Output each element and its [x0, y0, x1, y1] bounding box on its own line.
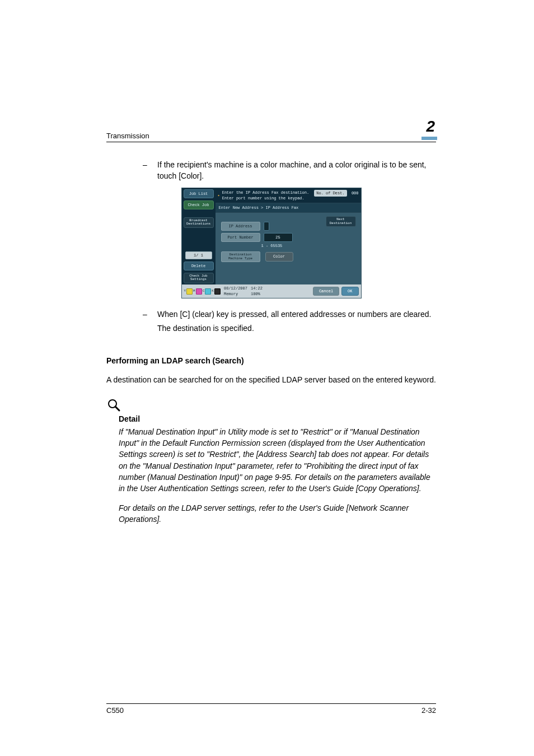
running-head: Transmission: [106, 132, 149, 140]
port-range-row: 1 - 65535: [258, 243, 355, 249]
ss-breadcrumb: Enter New Address > IP Address Fax: [216, 203, 361, 213]
bullet-group-1: – If the recipient's machine is a color …: [143, 159, 436, 182]
bullet-dash: –: [143, 309, 157, 320]
magnifier-icon: [106, 398, 436, 412]
color-button[interactable]: Color: [265, 252, 293, 261]
toner-m-icon: [196, 288, 202, 295]
chapter-number: 2: [426, 118, 435, 135]
port-range: 1 - 65535: [261, 243, 283, 249]
bullet-group-2: – When [C] (clear) key is pressed, all e…: [143, 309, 436, 334]
ss-right-area: ✦ Enter the IP Address Fax destination. …: [216, 188, 361, 284]
job-list-button[interactable]: Job List: [184, 189, 214, 198]
dest-counter: No. of Dest. 000: [314, 190, 358, 201]
ss-footer-buttons: Cancel OK: [313, 287, 359, 296]
cancel-button[interactable]: Cancel: [313, 287, 339, 296]
svg-line-1: [115, 407, 119, 410]
bullet-text: If the recipient's machine is a color ma…: [157, 159, 436, 182]
broadcast-dest-button[interactable]: Broadcast Destinations: [184, 217, 214, 228]
footer-mem-value: 100%: [251, 291, 263, 297]
toner-k-icon: [214, 288, 221, 295]
bullet-dash: –: [143, 159, 157, 182]
footer-model: C550: [106, 706, 124, 715]
detail-label: Detail: [119, 413, 436, 424]
ip-address-field[interactable]: [264, 222, 269, 231]
delete-button[interactable]: Delete: [184, 262, 214, 270]
ldap-intro: A destination can be searched for on the…: [106, 374, 436, 385]
bullet-text: When [C] (clear) key is pressed, all ent…: [157, 309, 436, 320]
counter-label: No. of Dest.: [314, 190, 346, 197]
bullet-item: – When [C] (clear) key is pressed, all e…: [143, 309, 436, 320]
ss-footer: Y M C K 08/12/2007 Memory 14:22 100%: [182, 284, 361, 298]
toner-c-icon: [205, 288, 211, 295]
footer-date: 08/12/2007: [224, 286, 247, 291]
subheading-ldap: Performing an LDAP search (Search): [106, 355, 436, 366]
page-header: Transmission 2: [106, 118, 436, 142]
toner-y-icon: [186, 288, 193, 295]
hint-line-1: Enter the IP Address Fax destination.: [222, 190, 309, 195]
footer-mem-label: Memory: [224, 291, 247, 297]
hint-line-2: Enter port number using the keypad.: [222, 195, 309, 201]
check-job-button[interactable]: Check Job: [184, 200, 214, 209]
port-number-label: Port Number: [221, 233, 260, 242]
pager: 1/ 1: [185, 251, 212, 259]
counter-value: 000: [352, 191, 359, 195]
machine-type-row: Destination Machine Type Color: [221, 251, 355, 262]
port-number-field[interactable]: 25: [264, 233, 293, 242]
footer-page: 2-32: [421, 706, 436, 715]
next-destination-button[interactable]: Next Destination: [326, 216, 356, 227]
embedded-screenshot: Job List Check Job Broadcast Destination…: [181, 188, 362, 299]
page-body: – If the recipient's machine is a color …: [106, 159, 436, 525]
ss-hint-bar: ✦ Enter the IP Address Fax destination. …: [216, 188, 361, 203]
result-line: The destination is specified.: [157, 323, 436, 334]
toner-status-icons: Y M C K: [184, 288, 221, 295]
ss-main-area: Next Destination IP Address Port Number …: [216, 213, 361, 284]
ip-address-label: IP Address: [221, 222, 260, 231]
ss-footer-info: 08/12/2007 Memory 14:22 100%: [224, 286, 263, 297]
hint-icon: ✦: [218, 193, 220, 198]
detail-para-2: For details on the LDAP server settings,…: [119, 502, 436, 525]
check-job-settings-button[interactable]: Check Job Settings: [184, 273, 214, 283]
ss-left-panel: Job List Check Job Broadcast Destination…: [182, 188, 216, 284]
port-number-row: Port Number 25: [221, 233, 355, 242]
footer-time: 14:22: [251, 286, 263, 291]
detail-para-1: If "Manual Destination Input" in Utility…: [119, 426, 436, 494]
machine-type-label: Destination Machine Type: [221, 251, 260, 262]
page: Transmission 2 – If the recipient's mach…: [0, 0, 534, 756]
ok-button[interactable]: OK: [341, 287, 358, 296]
chapter-number-wrap: 2: [421, 118, 437, 140]
page-footer: C550 2-32: [106, 703, 436, 715]
bullet-item: – If the recipient's machine is a color …: [143, 159, 436, 182]
ss-top: Job List Check Job Broadcast Destination…: [182, 188, 361, 284]
